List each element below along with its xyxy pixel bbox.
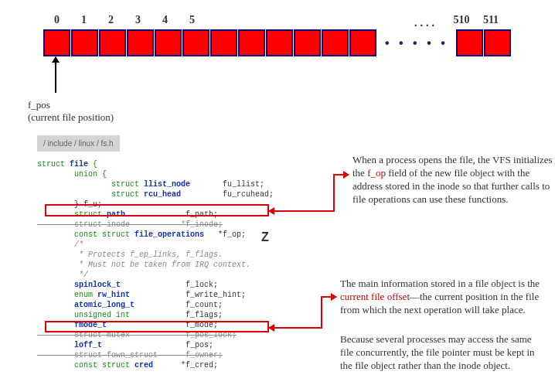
fpos-label-line1: f_pos [28,99,50,111]
code-line: */ [37,270,292,280]
code-line: union { [37,169,292,179]
byte-cell [456,29,483,56]
code-line: enum rw_hint f_write_hint; [37,290,292,300]
byte-cell [182,29,209,56]
connector-fpos-segment [269,327,322,329]
code-block: / include / linux / fs.h struct file { u… [37,135,292,370]
byte-index: 2 [97,14,124,26]
byte-dots: • • • • • [377,36,456,50]
connector-fop-vert [333,174,335,212]
code-line: spinlock_t f_lock; [37,280,292,290]
byte-index: 4 [152,14,179,26]
code-line: struct fown_struct f_owner; [37,350,292,360]
byte-index-row: 012345 [43,14,206,26]
byte-cell [127,29,154,56]
byte-index: 1 [70,14,97,26]
fpos-label: f_pos (current file position) [28,99,114,124]
code-filepath: / include / linux / fs.h [37,135,120,152]
code-line: struct file { [37,159,292,169]
byte-cell [266,29,293,56]
byte-index: 5 [179,14,206,26]
code-line: struct mutex f_pos_lock; [37,330,292,340]
byte-cell [155,29,182,56]
connector-fpos-head [321,296,336,298]
byte-cell [71,29,98,56]
code-line: const struct file_operations *f_op; [37,230,292,240]
connector-fop-segment [269,210,334,212]
byte-cell [238,29,265,56]
byte-index: 0 [43,14,70,26]
byte-index: 510 [447,14,476,26]
code-line: struct rcu_head fu_rcuhead; [37,189,292,199]
connector-fop-head [333,174,349,176]
connector-fpos-vert [321,297,322,329]
code-lines: struct file { union { struct llist_node … [37,159,292,370]
code-line: struct inode *f_inode; [37,220,292,230]
annotation-concurrency: Because several processes may access the… [340,332,541,372]
annotation-fpos: The main information stored in a file ob… [340,277,541,316]
code-line: } f_u; [37,199,292,210]
code-line: * Must not be taken from IRQ context. [37,260,292,270]
annotation-fop: When a process opens the file, the VFS i… [352,153,553,206]
byte-index-tail: 510511 [447,14,506,26]
code-line: /* [37,240,292,250]
fpos-arrow [55,57,56,93]
code-line: * Protects f_ep_links, f_flags. [37,250,292,260]
byte-cell [99,29,126,56]
code-line: struct llist_node fu_llist; [37,179,292,189]
byte-index: 511 [476,14,506,26]
byte-cell [349,29,376,56]
stray-letter: Z [261,230,269,244]
byte-cell [43,29,70,56]
byte-cell [484,29,511,56]
fpos-label-line2: (current file position) [28,111,114,123]
annotation-fpos-term: current file offset [340,291,410,302]
annotation-fpos-pre: The main information stored in a file ob… [340,278,540,289]
code-line: atomic_long_t f_count; [37,300,292,310]
byte-cell [210,29,237,56]
code-line: struct path f_path; [37,210,292,220]
code-line: loff_t f_pos; [37,340,292,350]
annotation-fop-term: f_op [367,167,386,179]
byte-index: 3 [124,14,152,26]
code-line: const struct cred *f_cred; [37,360,292,370]
byte-cell [294,29,321,56]
code-line: unsigned int f_flags; [37,310,292,320]
code-line: fmode_t f_mode; [37,320,292,330]
byte-array-row: • • • • • [43,29,512,56]
byte-cell [322,29,349,56]
byte-index-ellipsis: .... [414,17,438,29]
